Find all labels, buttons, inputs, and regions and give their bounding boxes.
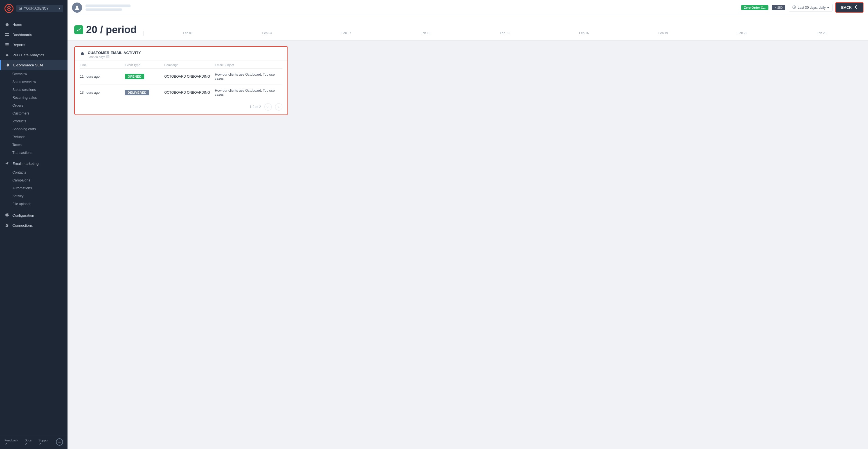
widget-body: Time Event Type Campaign Email Subject 1… (75, 60, 287, 100)
trend-icon (74, 25, 83, 34)
sidebar-item-sales-sessions[interactable]: Sales sessions (0, 86, 67, 94)
sidebar-item-shopping-carts[interactable]: Shopping carts (0, 125, 67, 133)
sidebar-item-contacts[interactable]: Contacts (0, 169, 67, 176)
topbar-right: Last 30 days, daily ▾ BACK (789, 2, 864, 13)
pagination-next-btn[interactable]: › (275, 103, 282, 111)
clock-icon (792, 5, 796, 10)
chart-date-4: Feb 10 (386, 31, 465, 36)
row2-campaign: OCTOBOARD ONBOARDING (164, 91, 215, 94)
chart-date-2: Feb 04 (227, 31, 307, 36)
period-value: 20 / period (74, 24, 144, 36)
svg-rect-11 (106, 55, 109, 58)
sidebar-item-products[interactable]: Products (0, 117, 67, 125)
sidebar-item-recurring-sales[interactable]: Recurring sales (0, 94, 67, 101)
svg-rect-7 (5, 44, 9, 45)
sidebar-item-campaigns[interactable]: Campaigns (0, 176, 67, 184)
row1-subject: How our clients use Octoboard: Top use c… (215, 72, 282, 81)
customer-email-activity-widget: CUSTOMER EMAIL ACTIVITY Last 30 days Tim… (74, 46, 288, 115)
widget-title: CUSTOMER EMAIL ACTIVITY (88, 51, 282, 55)
svg-point-9 (76, 6, 78, 8)
sidebar-item-sales-overview[interactable]: Sales overview (0, 78, 67, 86)
user-info (86, 4, 738, 11)
date-range-selector[interactable]: Last 30 days, daily ▾ (789, 4, 833, 11)
sidebar-nav: Home Dashboards Reports PPC Data Analyti… (0, 17, 67, 435)
sidebar-item-overview[interactable]: Overview (0, 70, 67, 78)
sidebar-header: 🏛 YOUR AGENCY ▾ (0, 0, 67, 17)
sidebar-item-ecommerce[interactable]: E-commerce Suite (0, 60, 67, 70)
back-circle-btn[interactable]: ← (56, 438, 63, 446)
sidebar-item-orders[interactable]: Orders (0, 101, 67, 110)
widget-footer: 1-2 of 2 ‹ › (75, 100, 287, 115)
calendar-icon (106, 55, 110, 59)
support-link[interactable]: Support ↗ (38, 439, 52, 446)
bell-icon (5, 62, 10, 67)
col-email-subject: Email Subject (215, 63, 282, 67)
widget-header: CUSTOMER EMAIL ACTIVITY Last 30 days (75, 47, 287, 60)
sidebar-item-ecommerce-label: E-commerce Suite (13, 63, 43, 67)
svg-rect-2 (5, 33, 7, 34)
sidebar-item-ppc[interactable]: PPC Data Analytics (0, 50, 67, 60)
chart-date-axis: Feb 01 Feb 04 Feb 07 Feb 10 Feb 13 Feb 1… (144, 31, 861, 36)
sidebar-item-transactions[interactable]: Transactions (0, 149, 67, 157)
grid-icon (4, 32, 9, 37)
home-icon (4, 22, 9, 27)
tag-price[interactable]: < $50 (772, 5, 785, 10)
chart-date-8: Feb 22 (703, 31, 782, 36)
page-content: 20 / period Feb 01 Feb 04 Feb 07 Feb 10 … (67, 15, 868, 449)
sidebar-item-automations[interactable]: Automations (0, 184, 67, 192)
svg-rect-5 (7, 35, 9, 36)
widget-area: CUSTOMER EMAIL ACTIVITY Last 30 days Tim… (67, 40, 868, 121)
activity-row-2: 13 hours ago DELIVERED OCTOBOARD ONBOARD… (80, 85, 282, 100)
date-range-label: Last 30 days, daily (798, 6, 826, 9)
row1-event-badge: OPENED (125, 74, 164, 79)
sidebar-item-refunds[interactable]: Refunds (0, 133, 67, 141)
agency-selector[interactable]: 🏛 YOUR AGENCY ▾ (16, 5, 63, 12)
sidebar-subnav-ecommerce: Overview Sales overview Sales sessions R… (0, 70, 67, 157)
sidebar-item-configuration[interactable]: Configuration (0, 210, 67, 220)
sidebar-item-reports[interactable]: Reports (0, 40, 67, 50)
sidebar-item-connections[interactable]: Connections (0, 220, 67, 231)
col-event-type: Event Type (125, 63, 164, 67)
svg-rect-6 (5, 43, 9, 44)
sidebar-item-activity[interactable]: Activity (0, 192, 67, 200)
sidebar-item-email-marketing-label: Email marketing (12, 161, 38, 166)
activity-row-1: 11 hours ago OPENED OCTOBOARD ONBOARDING… (80, 69, 282, 85)
app-logo (4, 4, 13, 13)
row1-campaign: OCTOBOARD ONBOARDING (164, 74, 215, 79)
sidebar-item-taxes[interactable]: Taxes (0, 141, 67, 149)
widget-subtitle: Last 30 days (88, 55, 282, 59)
sidebar-item-email-marketing[interactable]: Email marketing (0, 158, 67, 169)
tag-zero-order[interactable]: Zero Order C... (741, 5, 769, 10)
widget-bell-icon (80, 52, 85, 58)
sidebar-item-file-uploads[interactable]: File uploads (0, 200, 67, 208)
list-icon (4, 42, 9, 47)
back-button[interactable]: BACK (835, 2, 864, 13)
row1-time: 11 hours ago (80, 74, 125, 79)
docs-link[interactable]: Docs ↗ (25, 439, 35, 446)
row2-time: 13 hours ago (80, 91, 125, 94)
back-btn-label: BACK (841, 5, 852, 9)
feedback-link[interactable]: Feedback ↗ (4, 439, 21, 446)
sidebar-item-customers[interactable]: Customers (0, 110, 67, 117)
sidebar-item-home[interactable]: Home (0, 20, 67, 30)
link-icon (4, 223, 9, 228)
svg-rect-3 (7, 33, 9, 34)
user-sub-placeholder (86, 8, 122, 11)
sidebar-subnav-email: Contacts Campaigns Automations Activity … (0, 169, 67, 208)
widget-col-headers: Time Event Type Campaign Email Subject (80, 60, 282, 69)
chart-area: 20 / period Feb 01 Feb 04 Feb 07 Feb 10 … (67, 15, 868, 40)
sidebar-item-dashboards-label: Dashboards (12, 33, 32, 37)
back-arrow-icon (854, 5, 858, 10)
topbar: Zero Order C... < $50 Last 30 days, dail… (67, 0, 868, 15)
row2-event-badge: DELIVERED (125, 90, 164, 95)
sidebar-footer: Feedback ↗ Docs ↗ Support ↗ ← (0, 435, 67, 449)
pagination-prev-btn[interactable]: ‹ (265, 103, 272, 111)
main-content: Zero Order C... < $50 Last 30 days, dail… (67, 0, 868, 449)
sidebar-item-home-label: Home (12, 23, 22, 27)
agency-label: YOUR AGENCY (24, 6, 49, 10)
sidebar-item-dashboards[interactable]: Dashboards (0, 30, 67, 40)
svg-rect-4 (5, 35, 7, 36)
chart-date-6: Feb 16 (544, 31, 624, 36)
sidebar-item-connections-label: Connections (12, 223, 33, 228)
col-campaign: Campaign (164, 63, 215, 67)
